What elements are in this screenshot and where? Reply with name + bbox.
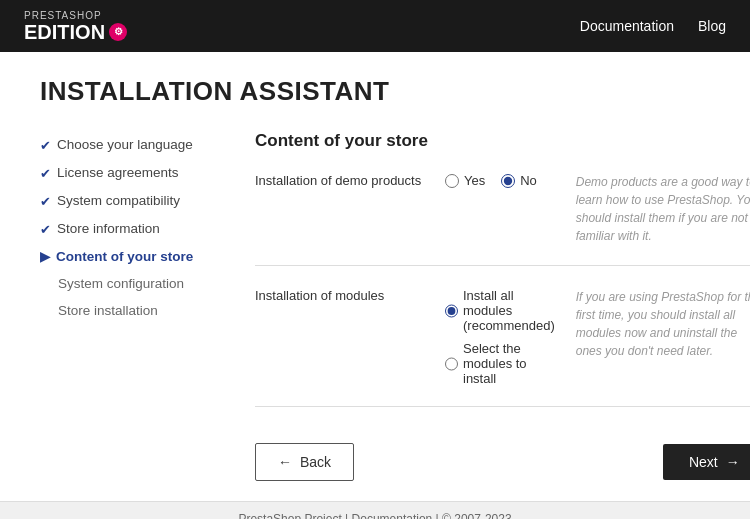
- sidebar-item-system-configuration[interactable]: System configuration: [40, 270, 235, 297]
- page-footer: PrestaShop Project | Documentation | © 2…: [0, 501, 750, 519]
- demo-products-radio-group: Yes No: [445, 171, 556, 188]
- modules-all-radio[interactable]: [445, 304, 458, 318]
- modules-options: Install all modules (recommended) Select…: [445, 286, 556, 386]
- content-area: ✔ Choose your language ✔ License agreeme…: [40, 131, 710, 481]
- logo: PRESTASHOP EDITION ⚙: [24, 10, 127, 43]
- sidebar-item-store-installation[interactable]: Store installation: [40, 297, 235, 324]
- back-button[interactable]: ← Back: [255, 443, 354, 481]
- demo-no-label: No: [520, 173, 537, 188]
- next-arrow-icon: →: [726, 454, 740, 470]
- modules-hint: If you are using PrestaShop for the firs…: [576, 286, 750, 386]
- back-arrow-icon: ←: [278, 454, 292, 470]
- modules-select-radio[interactable]: [445, 357, 458, 371]
- next-label: Next: [689, 454, 718, 470]
- demo-products-hint: Demo products are a good way to learn ho…: [576, 171, 750, 245]
- sidebar-item-store-information[interactable]: ✔ Store information: [40, 215, 235, 243]
- sidebar-item-choose-language[interactable]: ✔ Choose your language: [40, 131, 235, 159]
- modules-select-label: Select the modules to install: [463, 341, 556, 386]
- blog-link[interactable]: Blog: [698, 18, 726, 34]
- sidebar-item-label: Choose your language: [57, 137, 193, 152]
- demo-products-section: Installation of demo products Yes No Dem…: [255, 171, 750, 266]
- page-title: INSTALLATION ASSISTANT: [40, 76, 710, 107]
- check-icon: ✔: [40, 138, 51, 153]
- demo-no-option[interactable]: No: [501, 173, 537, 188]
- sidebar-item-label: Store information: [57, 221, 160, 236]
- demo-products-label: Installation of demo products: [255, 171, 425, 245]
- section-title: Content of your store: [255, 131, 750, 151]
- sidebar-item-label: System configuration: [58, 276, 184, 291]
- footer-text: PrestaShop Project | Documentation | © 2…: [238, 512, 511, 519]
- main-content: Content of your store Installation of de…: [235, 131, 750, 481]
- arrow-icon: ▶: [40, 249, 50, 264]
- main-wrapper: INSTALLATION ASSISTANT ✔ Choose your lan…: [0, 52, 750, 501]
- sidebar: ✔ Choose your language ✔ License agreeme…: [40, 131, 235, 481]
- check-icon: ✔: [40, 166, 51, 181]
- check-icon: ✔: [40, 194, 51, 209]
- modules-all-label: Install all modules (recommended): [463, 288, 556, 333]
- sidebar-item-label: System compatibility: [57, 193, 180, 208]
- logo-top-text: PRESTASHOP: [24, 10, 127, 21]
- modules-label: Installation of modules: [255, 286, 425, 386]
- modules-radio-group: Install all modules (recommended) Select…: [445, 286, 556, 386]
- demo-no-radio[interactable]: [501, 174, 515, 188]
- check-icon: ✔: [40, 222, 51, 237]
- sidebar-item-label: Content of your store: [56, 249, 193, 264]
- next-button[interactable]: Next →: [663, 444, 750, 480]
- modules-all-option[interactable]: Install all modules (recommended): [445, 288, 556, 333]
- app-header: PRESTASHOP EDITION ⚙ Documentation Blog: [0, 0, 750, 52]
- sidebar-item-label: Store installation: [58, 303, 158, 318]
- documentation-link[interactable]: Documentation: [580, 18, 674, 34]
- modules-select-option[interactable]: Select the modules to install: [445, 341, 556, 386]
- sidebar-item-content-of-your-store[interactable]: ▶ Content of your store: [40, 243, 235, 270]
- sidebar-item-license-agreements[interactable]: ✔ License agreements: [40, 159, 235, 187]
- sidebar-item-label: License agreements: [57, 165, 179, 180]
- logo-bottom-text: EDITION ⚙: [24, 21, 127, 43]
- demo-yes-radio[interactable]: [445, 174, 459, 188]
- header-nav: Documentation Blog: [580, 18, 726, 34]
- modules-section: Installation of modules Install all modu…: [255, 286, 750, 407]
- demo-yes-option[interactable]: Yes: [445, 173, 485, 188]
- demo-yes-label: Yes: [464, 173, 485, 188]
- demo-products-options: Yes No: [445, 171, 556, 245]
- sidebar-item-system-compatibility[interactable]: ✔ System compatibility: [40, 187, 235, 215]
- logo-icon: ⚙: [109, 23, 127, 41]
- footer-bar: ← Back Next →: [255, 427, 750, 481]
- back-label: Back: [300, 454, 331, 470]
